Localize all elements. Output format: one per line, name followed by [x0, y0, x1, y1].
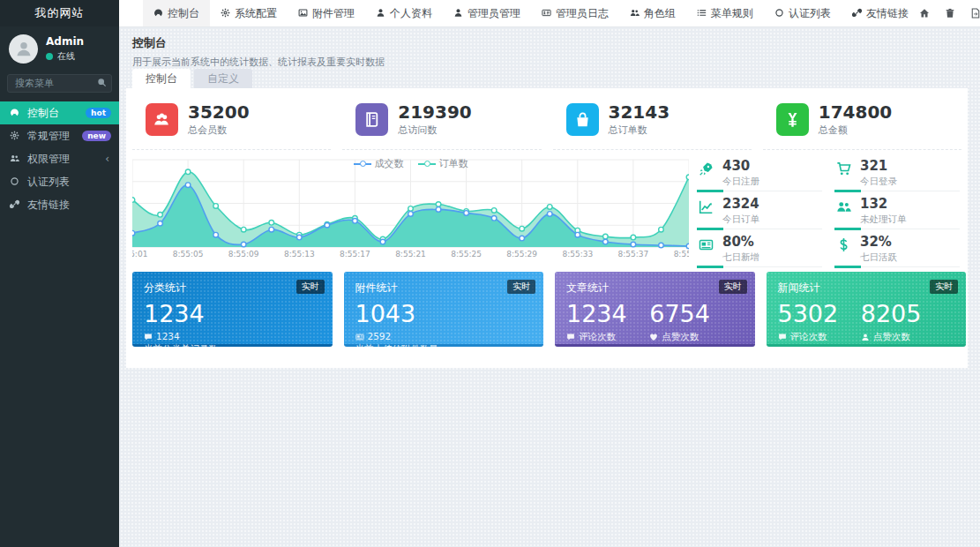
nav-tab-6[interactable]: 角色组: [619, 0, 686, 26]
nav-tab-label: 角色组: [644, 6, 676, 21]
stat-icon-box: [776, 103, 809, 136]
user-icon: [376, 8, 385, 19]
card-title: 新闻统计: [778, 281, 955, 296]
mini-stat-5: 32%七日活跃: [834, 233, 963, 269]
bag-icon: [574, 111, 591, 129]
card-value: 1234: [144, 302, 227, 326]
stat-value: 219390: [398, 102, 472, 122]
sidebar-item-label: 常规管理: [27, 129, 70, 144]
sidebar-item-label: 权限管理: [27, 152, 70, 167]
card-subtext: 2592: [368, 331, 392, 341]
stat-label: 总会员数: [188, 124, 250, 137]
menu-search: [7, 74, 112, 93]
navbar-right: Admin: [919, 5, 980, 21]
legend-label: 订单数: [439, 157, 468, 170]
sidebar-item-1[interactable]: 常规管理new: [0, 124, 119, 147]
card-caption: 当前上传的附件数量: [355, 343, 533, 356]
idcard-icon: [542, 8, 551, 19]
chevron-left-icon: ‹: [105, 153, 109, 165]
legend-marker-icon: [354, 160, 371, 168]
gear-icon: [221, 8, 230, 19]
group-icon: [630, 8, 640, 19]
area-chart-canvas[interactable]: 8:55:018:55:058:55:098:55:138:55:178:55:…: [132, 155, 689, 259]
mini-stat-underline: [834, 229, 960, 229]
nav-tab-0[interactable]: 控制台: [143, 0, 210, 26]
nav-tab-4[interactable]: 管理员管理: [443, 0, 531, 26]
site-title: 我的网站: [0, 0, 119, 26]
search-icon[interactable]: [97, 78, 107, 88]
card-subtext: 评论次数: [579, 331, 616, 341]
nav-tab-8[interactable]: 认证列表: [764, 0, 842, 26]
comment-icon: [778, 333, 787, 342]
dashboard-icon: [153, 8, 163, 19]
mini-stat-underline: [834, 266, 960, 267]
nav-tab-3[interactable]: 个人资料: [365, 0, 443, 26]
orders-chart[interactable]: 成交数订单数 8:55:018:55:058:55:098:55:138:55:…: [132, 155, 689, 259]
nav-tab-label: 菜单规则: [711, 6, 753, 21]
home-icon[interactable]: [919, 8, 930, 19]
circle-icon: [774, 8, 784, 19]
mini-stat-0: 430今日注册: [697, 157, 826, 193]
dollar-icon: [836, 237, 851, 253]
mini-stat-underline: [697, 229, 822, 229]
heart-icon: [649, 333, 658, 342]
link-icon: [8, 199, 21, 210]
mini-stat-label: 未处理订单: [860, 214, 963, 226]
person-icon: [15, 40, 33, 58]
image-icon: [298, 8, 308, 19]
svg-text:8:55:01: 8:55:01: [132, 250, 147, 259]
card-subline: 评论次数: [778, 331, 861, 343]
yen-icon: [784, 111, 801, 129]
sidebar-item-0[interactable]: 控制台hot: [0, 101, 119, 124]
svg-text:8:55:13: 8:55:13: [284, 250, 315, 259]
stat-tile-2: 32143总订单数: [553, 99, 752, 150]
content-tab-0[interactable]: 控制台: [132, 69, 191, 88]
chart-legend: 成交数订单数: [132, 157, 689, 170]
card-value: 1043: [355, 302, 438, 326]
stat-value: 174800: [819, 102, 893, 122]
card-badge: 实时: [507, 280, 535, 294]
nav-tab-9[interactable]: 友情链接: [842, 0, 919, 26]
dashboard-icon: [8, 108, 21, 118]
sidebar-item-4[interactable]: 友情链接: [0, 193, 119, 216]
nav-tab-label: 认证列表: [789, 6, 831, 21]
page-icon[interactable]: [970, 8, 980, 19]
mini-stat-value: 132: [860, 197, 963, 212]
mini-stat-label: 今日注册: [722, 176, 826, 188]
sidebar-item-3[interactable]: 认证列表: [0, 170, 119, 193]
card-col-1: 6754点赞次数: [649, 302, 732, 343]
sidebar: 我的网站 Admin 在线 控制台hot常规管理new权限管理‹认证列表友情链接: [0, 0, 119, 547]
card-subtext: 1234: [156, 331, 180, 341]
nav-tab-label: 附件管理: [312, 6, 355, 21]
mini-stat-value: 80%: [722, 235, 826, 250]
legend-item[interactable]: 订单数: [418, 157, 468, 170]
stats-row: 35200总会员数219390总访问数32143总订单数174800总金额: [132, 99, 961, 150]
card-subline: 点赞次数: [861, 331, 944, 343]
legend-marker-icon: [418, 160, 436, 168]
nav-tab-5[interactable]: 管理员日志: [531, 0, 619, 26]
summary-card-2: 文章统计实时1234评论次数6754点赞次数: [555, 272, 755, 347]
content-tab-1[interactable]: 自定义: [194, 69, 252, 88]
card-value: 8205: [861, 302, 944, 326]
nav-tab-2[interactable]: 附件管理: [288, 0, 365, 26]
summary-card-3: 新闻统计实时5302评论次数8205点赞次数: [767, 272, 967, 347]
user-icon: [453, 8, 463, 19]
comment-icon: [566, 333, 575, 342]
legend-item[interactable]: 成交数: [354, 157, 404, 170]
card-subline: 1234: [144, 331, 227, 341]
sidebar-item-2[interactable]: 权限管理‹: [0, 147, 119, 170]
book-icon: [363, 111, 380, 129]
card-subline: 2592: [355, 331, 438, 341]
nav-tab-1[interactable]: 系统配置: [210, 0, 288, 26]
svg-text:8:55:25: 8:55:25: [451, 250, 482, 259]
mini-stat-underline: [697, 191, 822, 191]
nav-tab-7[interactable]: 菜单规则: [686, 0, 764, 26]
chart-icon: [699, 199, 714, 215]
avatar[interactable]: [9, 34, 38, 64]
trash-icon[interactable]: [945, 8, 955, 19]
card-value: 1234: [566, 302, 649, 326]
rocket-icon: [699, 161, 714, 177]
svg-text:8:55:17: 8:55:17: [340, 250, 370, 259]
svg-text:8:55:33: 8:55:33: [562, 250, 593, 259]
legend-label: 成交数: [375, 157, 404, 170]
